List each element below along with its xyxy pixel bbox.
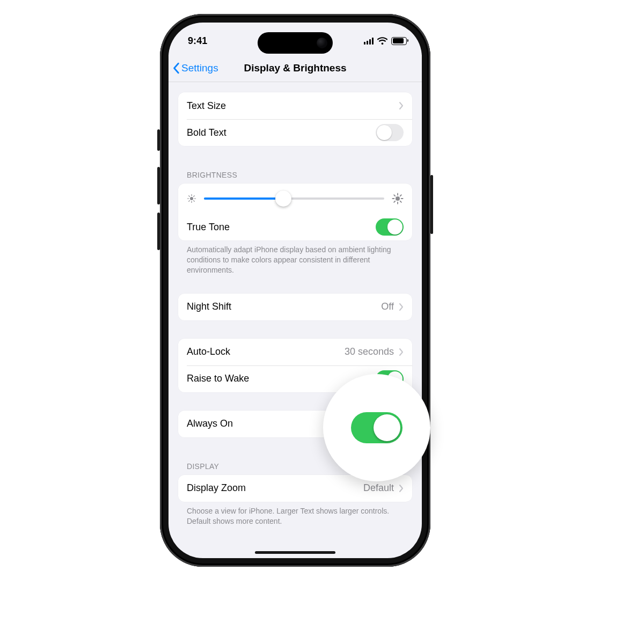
- true-tone-label: True Tone: [187, 222, 230, 233]
- iphone-frame: 9:41 Settings: [160, 14, 430, 567]
- nav-bar: Settings Display & Brightness: [169, 55, 422, 82]
- bold-text-label: Bold Text: [187, 127, 226, 138]
- display-zoom-label: Display Zoom: [187, 482, 246, 494]
- magnifier-callout: [323, 374, 430, 481]
- ringer-switch: [157, 129, 160, 151]
- true-tone-footer: Automatically adapt iPhone display based…: [178, 240, 412, 275]
- display-zoom-footer: Choose a view for iPhone. Larger Text sh…: [178, 502, 412, 526]
- svg-line-5: [189, 196, 190, 197]
- brightness-slider-fill: [204, 197, 283, 200]
- home-indicator[interactable]: [255, 551, 335, 554]
- volume-up-button: [157, 167, 160, 204]
- svg-line-6: [194, 201, 195, 202]
- night-shift-label: Night Shift: [187, 301, 231, 312]
- side-power-button: [430, 175, 433, 234]
- auto-lock-row[interactable]: Auto-Lock 30 seconds: [178, 339, 412, 365]
- raise-to-wake-label: Raise to Wake: [187, 373, 249, 384]
- switch-knob-icon: [374, 414, 400, 441]
- text-group: Text Size Bold Text: [178, 92, 412, 146]
- display-zoom-value: Default: [363, 482, 394, 494]
- status-time: 9:41: [188, 35, 207, 47]
- night-shift-value: Off: [381, 301, 394, 312]
- svg-point-0: [190, 197, 193, 200]
- svg-line-16: [394, 201, 395, 202]
- cellular-signal-icon: [364, 38, 374, 45]
- svg-point-9: [396, 196, 400, 201]
- brightness-slider-thumb[interactable]: [275, 191, 291, 207]
- brightness-header: BRIGHTNESS: [178, 167, 412, 184]
- wifi-icon: [377, 37, 387, 45]
- svg-line-14: [394, 195, 395, 196]
- brightness-low-icon: [187, 194, 196, 203]
- bold-text-switch[interactable]: [376, 124, 404, 141]
- chevron-right-icon: [399, 485, 404, 492]
- settings-content: Text Size Bold Text BRIGHTNESS: [169, 83, 422, 558]
- svg-line-7: [189, 201, 190, 202]
- back-button-label: Settings: [181, 62, 218, 74]
- bold-text-row: Bold Text: [178, 119, 412, 146]
- auto-lock-label: Auto-Lock: [187, 346, 230, 357]
- brightness-high-icon: [392, 193, 404, 204]
- chevron-right-icon: [399, 102, 404, 109]
- front-camera-icon: [317, 38, 327, 48]
- text-size-row[interactable]: Text Size: [178, 92, 412, 119]
- dynamic-island: [258, 32, 333, 54]
- brightness-slider-row: [178, 184, 412, 214]
- brightness-slider[interactable]: [204, 192, 384, 206]
- chevron-left-icon: [173, 62, 180, 74]
- volume-down-button: [157, 213, 160, 250]
- night-shift-group: Night Shift Off: [178, 294, 412, 320]
- always-on-switch-magnified: [351, 412, 402, 443]
- chevron-right-icon: [399, 303, 404, 311]
- battery-icon: [391, 37, 407, 45]
- brightness-group: True Tone: [178, 184, 412, 240]
- svg-line-17: [400, 195, 401, 196]
- svg-line-15: [400, 201, 401, 202]
- text-size-label: Text Size: [187, 100, 226, 112]
- true-tone-switch[interactable]: [376, 218, 404, 236]
- back-button[interactable]: Settings: [173, 55, 218, 82]
- chevron-right-icon: [399, 348, 404, 356]
- always-on-label: Always On: [187, 418, 233, 429]
- night-shift-row[interactable]: Night Shift Off: [178, 294, 412, 320]
- true-tone-row: True Tone: [178, 214, 412, 240]
- auto-lock-value: 30 seconds: [345, 346, 394, 357]
- svg-line-8: [194, 196, 195, 197]
